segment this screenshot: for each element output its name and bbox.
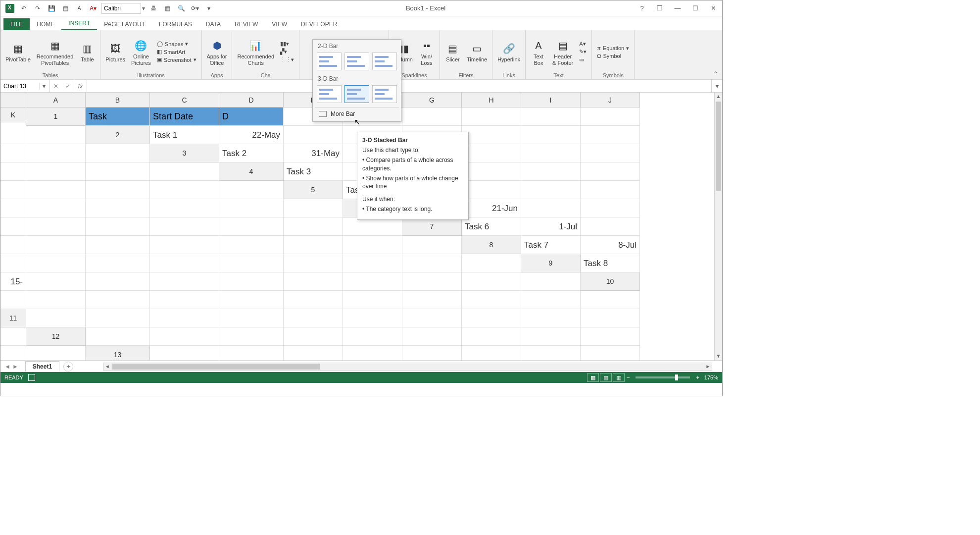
column-header-D[interactable]: D — [219, 93, 284, 107]
select-all-corner[interactable] — [0, 93, 26, 107]
cell-A3[interactable]: Task 2 — [219, 144, 284, 162]
cell-I2[interactable] — [0, 144, 26, 162]
cell-D13[interactable] — [343, 346, 402, 360]
cell-H6[interactable] — [150, 217, 219, 236]
refresh-button[interactable]: ⟳▾ — [190, 3, 200, 14]
cell-G8[interactable] — [219, 254, 284, 272]
tab-home[interactable]: HOME — [30, 18, 61, 30]
tab-view[interactable]: VIEW — [265, 18, 294, 30]
cell-H3[interactable] — [0, 162, 26, 181]
cell-J5[interactable] — [219, 199, 284, 217]
name-box-dropdown[interactable]: ▾ — [39, 83, 48, 90]
row-header-5[interactable]: 5 — [284, 181, 343, 199]
vertical-scrollbar[interactable]: ▲ ▼ — [714, 93, 722, 360]
sparkline-winloss-button[interactable]: ▪▪Win/ Loss — [417, 37, 437, 66]
cell-I11[interactable] — [521, 309, 581, 327]
expand-formula-bar-button[interactable]: ▾ — [711, 80, 722, 92]
cell-J9[interactable] — [462, 272, 521, 291]
cell-B6[interactable]: 21-Jun — [462, 199, 521, 217]
row-header-13[interactable]: 13 — [86, 346, 150, 360]
cell-F3[interactable] — [521, 144, 581, 162]
scroll-left-button[interactable]: ◄ — [103, 363, 111, 370]
cell-E11[interactable] — [284, 309, 343, 327]
cell-H7[interactable] — [219, 236, 284, 254]
signature-button[interactable]: ✎▾ — [577, 48, 588, 55]
cell-G11[interactable] — [402, 309, 462, 327]
cell-I12[interactable] — [581, 327, 640, 346]
100-stacked-bar-3d-button[interactable] — [372, 85, 397, 103]
column-header-B[interactable]: B — [86, 93, 150, 107]
cell-E13[interactable] — [402, 346, 462, 360]
cell-J7[interactable] — [343, 236, 402, 254]
hyperlink-button[interactable]: 🔗Hyperlink — [495, 40, 522, 63]
cell-D10[interactable] — [150, 291, 219, 309]
cell-F1[interactable] — [402, 107, 462, 126]
cell-J1[interactable] — [0, 126, 26, 144]
cell-H8[interactable] — [284, 254, 343, 272]
row-header-4[interactable]: 4 — [219, 162, 284, 181]
cell-G6[interactable] — [86, 217, 150, 236]
cell-A4[interactable]: Task 3 — [284, 162, 343, 181]
cell-E8[interactable] — [86, 254, 150, 272]
horizontal-scrollbar[interactable]: ◄ ► — [103, 363, 712, 371]
cell-F10[interactable] — [284, 291, 343, 309]
cell-I8[interactable] — [343, 254, 402, 272]
cell-H13[interactable] — [581, 346, 640, 360]
smartart-button[interactable]: ◧SmartArt — [155, 48, 198, 55]
row-header-12[interactable]: 12 — [26, 327, 86, 346]
cell-A9[interactable]: Task 8 — [581, 254, 640, 272]
cell-J10[interactable] — [521, 291, 581, 309]
redo-button[interactable]: ↷ — [32, 3, 43, 14]
cell-A2[interactable]: Task 1 — [150, 126, 219, 144]
cell-G1[interactable] — [462, 107, 521, 126]
undo-button[interactable]: ↶ — [18, 3, 29, 14]
cell-G2[interactable] — [521, 126, 581, 144]
100-stacked-bar-2d-button[interactable] — [372, 53, 397, 70]
cell-J12[interactable] — [0, 346, 26, 360]
cell-H11[interactable] — [462, 309, 521, 327]
tab-review[interactable]: REVIEW — [228, 18, 265, 30]
cell-E4[interactable] — [521, 162, 581, 181]
cell-B11[interactable] — [86, 309, 150, 327]
column-header-G[interactable]: G — [402, 93, 462, 107]
cell-C11[interactable] — [150, 309, 219, 327]
cell-E6[interactable] — [0, 217, 26, 236]
cell-A7[interactable]: Task 6 — [462, 217, 521, 236]
cell-F11[interactable] — [343, 309, 402, 327]
fx-label[interactable]: fx — [74, 80, 87, 92]
symbol-button[interactable]: Ω Symbol — [595, 53, 631, 59]
text-box-button[interactable]: AText Box — [529, 37, 548, 66]
cell-A11[interactable] — [26, 309, 86, 327]
apps-for-office-button[interactable]: ⬢Apps for Office — [205, 37, 229, 66]
cell-K1[interactable] — [26, 126, 86, 144]
cell-E10[interactable] — [219, 291, 284, 309]
name-box-input[interactable] — [0, 83, 39, 90]
save-button[interactable]: 💾 — [46, 3, 57, 14]
ribbon-display-button[interactable]: ❐ — [651, 0, 669, 16]
cell-B12[interactable] — [150, 327, 219, 346]
calendar-button[interactable]: ▦ — [162, 3, 173, 14]
cell-K7[interactable] — [402, 236, 462, 254]
cell-G4[interactable] — [0, 181, 26, 199]
cell-C7[interactable] — [581, 217, 640, 236]
maximize-button[interactable]: ☐ — [686, 0, 704, 16]
cell-K5[interactable] — [284, 199, 343, 217]
cell-K11[interactable] — [0, 327, 26, 346]
help-button[interactable]: ? — [633, 0, 651, 16]
cell-H10[interactable] — [402, 291, 462, 309]
column-header-C[interactable]: C — [150, 93, 219, 107]
macro-record-icon[interactable] — [28, 374, 35, 381]
horizontal-scroll-thumb[interactable] — [112, 364, 320, 370]
cell-I7[interactable] — [284, 236, 343, 254]
row-header-11[interactable]: 11 — [0, 309, 26, 327]
cell-D12[interactable] — [284, 327, 343, 346]
row-header-7[interactable]: 7 — [402, 217, 462, 236]
cell-J11[interactable] — [581, 309, 640, 327]
cell-C8[interactable] — [0, 254, 26, 272]
cell-I5[interactable] — [150, 199, 219, 217]
cell-B10[interactable] — [26, 291, 86, 309]
cell-H1[interactable] — [521, 107, 581, 126]
cell-D4[interactable] — [462, 162, 521, 181]
cancel-formula-button[interactable]: ✕ — [50, 83, 62, 90]
zoom-level[interactable]: 175% — [704, 374, 718, 380]
